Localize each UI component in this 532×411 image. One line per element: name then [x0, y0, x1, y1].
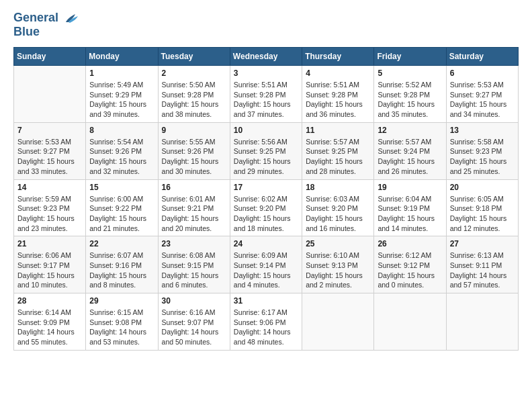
day-info: Sunrise: 6:10 AM Sunset: 9:13 PM Dayligh… [306, 250, 370, 290]
day-number: 31 [234, 296, 298, 306]
calendar-cell: 25Sunrise: 6:10 AM Sunset: 9:13 PM Dayli… [302, 236, 374, 293]
logo-general: General [13, 11, 58, 24]
day-number: 27 [450, 239, 515, 248]
calendar-cell: 13Sunrise: 5:58 AM Sunset: 9:23 PM Dayli… [446, 122, 518, 179]
day-number: 4 [306, 68, 370, 78]
calendar-cell: 11Sunrise: 5:57 AM Sunset: 9:25 PM Dayli… [302, 122, 374, 179]
day-number: 29 [89, 296, 154, 306]
calendar-cell: 28Sunrise: 6:14 AM Sunset: 9:09 PM Dayli… [14, 293, 86, 351]
week-row-4: 21Sunrise: 6:06 AM Sunset: 9:17 PM Dayli… [14, 236, 519, 293]
calendar-cell: 3Sunrise: 5:51 AM Sunset: 9:28 PM Daylig… [230, 66, 302, 123]
day-info: Sunrise: 6:16 AM Sunset: 9:07 PM Dayligh… [162, 308, 226, 347]
calendar-cell [14, 66, 86, 123]
calendar-cell: 20Sunrise: 6:05 AM Sunset: 9:18 PM Dayli… [446, 179, 518, 236]
calendar-cell: 17Sunrise: 6:02 AM Sunset: 9:20 PM Dayli… [230, 179, 302, 236]
calendar-cell: 8Sunrise: 5:54 AM Sunset: 9:26 PM Daylig… [86, 122, 158, 179]
day-info: Sunrise: 6:14 AM Sunset: 9:09 PM Dayligh… [17, 308, 82, 347]
day-info: Sunrise: 6:00 AM Sunset: 9:22 PM Dayligh… [89, 194, 154, 234]
calendar-cell: 10Sunrise: 5:56 AM Sunset: 9:25 PM Dayli… [230, 122, 302, 179]
calendar-cell: 1Sunrise: 5:49 AM Sunset: 9:29 PM Daylig… [86, 66, 158, 123]
weekday-header-friday: Friday [374, 48, 446, 66]
day-number: 11 [306, 126, 370, 135]
calendar-cell: 7Sunrise: 5:53 AM Sunset: 9:27 PM Daylig… [14, 122, 86, 179]
weekday-header-saturday: Saturday [446, 48, 518, 66]
day-number: 28 [17, 296, 82, 306]
day-info: Sunrise: 6:06 AM Sunset: 9:17 PM Dayligh… [17, 250, 82, 290]
calendar-cell: 18Sunrise: 6:03 AM Sunset: 9:20 PM Dayli… [302, 179, 374, 236]
day-number: 3 [234, 68, 298, 78]
calendar-cell: 4Sunrise: 5:51 AM Sunset: 9:28 PM Daylig… [302, 66, 374, 123]
calendar-cell: 16Sunrise: 6:01 AM Sunset: 9:21 PM Dayli… [158, 179, 230, 236]
day-info: Sunrise: 5:49 AM Sunset: 9:29 PM Dayligh… [89, 80, 154, 120]
day-info: Sunrise: 5:51 AM Sunset: 9:28 PM Dayligh… [234, 80, 298, 120]
week-row-3: 14Sunrise: 5:59 AM Sunset: 9:23 PM Dayli… [14, 179, 519, 236]
day-number: 12 [378, 126, 442, 135]
day-number: 5 [378, 68, 442, 78]
day-number: 17 [234, 183, 298, 192]
weekday-header-row: SundayMondayTuesdayWednesdayThursdayFrid… [14, 48, 519, 66]
calendar-cell [446, 293, 518, 351]
calendar-cell: 14Sunrise: 5:59 AM Sunset: 9:23 PM Dayli… [14, 179, 86, 236]
day-number: 1 [89, 68, 154, 78]
day-info: Sunrise: 5:57 AM Sunset: 9:25 PM Dayligh… [306, 137, 370, 177]
day-info: Sunrise: 6:01 AM Sunset: 9:21 PM Dayligh… [162, 194, 226, 234]
week-row-5: 28Sunrise: 6:14 AM Sunset: 9:09 PM Dayli… [14, 293, 519, 351]
day-info: Sunrise: 6:02 AM Sunset: 9:20 PM Dayligh… [234, 194, 298, 234]
weekday-header-tuesday: Tuesday [158, 48, 230, 66]
day-number: 15 [89, 183, 154, 192]
calendar-cell: 12Sunrise: 5:57 AM Sunset: 9:24 PM Dayli… [374, 122, 446, 179]
day-number: 30 [162, 296, 226, 306]
day-number: 21 [17, 239, 82, 248]
day-info: Sunrise: 6:12 AM Sunset: 9:12 PM Dayligh… [378, 250, 442, 290]
day-number: 18 [306, 183, 370, 192]
day-info: Sunrise: 6:07 AM Sunset: 9:16 PM Dayligh… [89, 250, 154, 290]
day-number: 25 [306, 239, 370, 248]
day-number: 10 [234, 126, 298, 135]
calendar-cell: 24Sunrise: 6:09 AM Sunset: 9:14 PM Dayli… [230, 236, 302, 293]
calendar-cell: 6Sunrise: 5:53 AM Sunset: 9:27 PM Daylig… [446, 66, 518, 123]
day-number: 19 [378, 183, 442, 192]
calendar-cell [374, 293, 446, 351]
day-number: 6 [450, 68, 515, 78]
page-header: General Blue [13, 11, 519, 39]
day-info: Sunrise: 5:53 AM Sunset: 9:27 PM Dayligh… [17, 137, 82, 177]
day-number: 26 [378, 239, 442, 248]
day-number: 20 [450, 183, 515, 192]
day-number: 24 [234, 239, 298, 248]
logo-bird-icon [63, 13, 78, 25]
calendar-cell: 5Sunrise: 5:52 AM Sunset: 9:28 PM Daylig… [374, 66, 446, 123]
calendar-cell: 15Sunrise: 6:00 AM Sunset: 9:22 PM Dayli… [86, 179, 158, 236]
calendar-cell: 9Sunrise: 5:55 AM Sunset: 9:26 PM Daylig… [158, 122, 230, 179]
calendar-table: SundayMondayTuesdayWednesdayThursdayFrid… [13, 47, 519, 351]
day-info: Sunrise: 6:03 AM Sunset: 9:20 PM Dayligh… [306, 194, 370, 234]
calendar-cell: 26Sunrise: 6:12 AM Sunset: 9:12 PM Dayli… [374, 236, 446, 293]
day-number: 8 [89, 126, 154, 135]
day-info: Sunrise: 5:50 AM Sunset: 9:28 PM Dayligh… [162, 80, 226, 120]
day-number: 9 [162, 126, 226, 135]
day-number: 13 [450, 126, 515, 135]
calendar-cell: 23Sunrise: 6:08 AM Sunset: 9:15 PM Dayli… [158, 236, 230, 293]
day-info: Sunrise: 5:55 AM Sunset: 9:26 PM Dayligh… [162, 137, 226, 177]
day-info: Sunrise: 6:09 AM Sunset: 9:14 PM Dayligh… [234, 250, 298, 290]
calendar-cell: 31Sunrise: 6:17 AM Sunset: 9:06 PM Dayli… [230, 293, 302, 351]
week-row-1: 1Sunrise: 5:49 AM Sunset: 9:29 PM Daylig… [14, 66, 519, 123]
day-number: 2 [162, 68, 226, 78]
calendar-cell [302, 293, 374, 351]
calendar-cell: 19Sunrise: 6:04 AM Sunset: 9:19 PM Dayli… [374, 179, 446, 236]
day-info: Sunrise: 5:58 AM Sunset: 9:23 PM Dayligh… [450, 137, 515, 177]
day-info: Sunrise: 6:17 AM Sunset: 9:06 PM Dayligh… [234, 308, 298, 347]
day-info: Sunrise: 6:13 AM Sunset: 9:11 PM Dayligh… [450, 250, 515, 290]
weekday-header-thursday: Thursday [302, 48, 374, 66]
calendar-cell: 22Sunrise: 6:07 AM Sunset: 9:16 PM Dayli… [86, 236, 158, 293]
day-number: 23 [162, 239, 226, 248]
weekday-header-monday: Monday [86, 48, 158, 66]
calendar-cell: 29Sunrise: 6:15 AM Sunset: 9:08 PM Dayli… [86, 293, 158, 351]
logo-blue: Blue [13, 25, 40, 38]
day-info: Sunrise: 5:57 AM Sunset: 9:24 PM Dayligh… [378, 137, 442, 177]
day-info: Sunrise: 5:53 AM Sunset: 9:27 PM Dayligh… [450, 80, 515, 120]
week-row-2: 7Sunrise: 5:53 AM Sunset: 9:27 PM Daylig… [14, 122, 519, 179]
day-number: 14 [17, 183, 82, 192]
day-number: 22 [89, 239, 154, 248]
day-info: Sunrise: 6:05 AM Sunset: 9:18 PM Dayligh… [450, 194, 515, 234]
logo: General Blue [13, 11, 79, 39]
